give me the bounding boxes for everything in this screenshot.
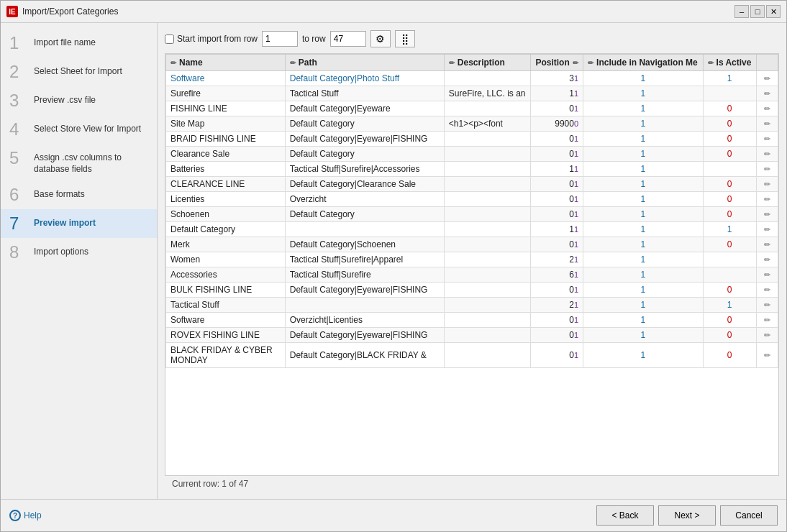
close-button[interactable]: ✕: [766, 5, 781, 18]
cell-position: 11: [531, 162, 583, 177]
cell-path[interactable]: Default Category|Photo Stuff: [285, 71, 444, 86]
cell-path: [285, 222, 444, 237]
table-header-row: ✏ Name ✏ Path ✏ Description Position ✏: [166, 55, 778, 71]
sidebar-item-2[interactable]: 2 Select Sheet for Import: [1, 58, 157, 86]
edit-icon[interactable]: ✏: [764, 74, 770, 83]
col-header-active[interactable]: ✏ Is Active: [703, 55, 756, 71]
sidebar-item-1[interactable]: 1 Import file name: [1, 29, 157, 58]
cell-edit[interactable]: ✏: [756, 116, 778, 132]
help-link[interactable]: ? Help: [9, 510, 42, 521]
cell-edit[interactable]: ✏: [756, 298, 778, 313]
cell-edit[interactable]: ✏: [756, 283, 778, 298]
col-header-description[interactable]: ✏ Description: [444, 55, 531, 71]
cell-edit[interactable]: ✏: [756, 207, 778, 222]
active-value: 1: [727, 300, 732, 310]
cell-name: ROVEX FISHING LINE: [166, 328, 286, 343]
cell-edit[interactable]: ✏: [756, 101, 778, 116]
active-value: 1: [727, 73, 732, 83]
maximize-button[interactable]: □: [750, 5, 765, 18]
cell-edit[interactable]: ✏: [756, 86, 778, 101]
start-row-checkbox-label[interactable]: Start import from row: [165, 34, 258, 44]
cell-edit[interactable]: ✏: [756, 71, 778, 86]
from-row-input[interactable]: [262, 31, 298, 47]
edit-icon[interactable]: ✏: [764, 89, 770, 98]
sidebar-label-7: Preview import: [34, 215, 96, 229]
edit-icon[interactable]: ✏: [764, 351, 770, 359]
col-header-edit: [756, 55, 778, 71]
table-row: LicentiesOverzicht0110✏: [166, 192, 778, 207]
cell-position: 61: [531, 267, 583, 283]
col-header-name[interactable]: ✏ Name: [166, 55, 286, 71]
cell-position: 21: [531, 252, 583, 267]
edit-icon[interactable]: ✏: [764, 240, 770, 249]
name-link[interactable]: Software: [170, 73, 204, 83]
sidebar-item-7[interactable]: 7 Preview import: [1, 209, 157, 238]
path-link[interactable]: Default Category|Photo Stuff: [290, 73, 399, 83]
edit-icon[interactable]: ✏: [764, 195, 770, 203]
next-button[interactable]: Next >: [658, 505, 716, 526]
cell-description: [444, 283, 531, 298]
cell-name[interactable]: Software: [166, 71, 286, 86]
edit-icon[interactable]: ✏: [764, 255, 770, 264]
cell-active: 1: [703, 71, 756, 86]
cell-edit[interactable]: ✏: [756, 313, 778, 328]
cell-description: [444, 71, 531, 86]
cell-edit[interactable]: ✏: [756, 252, 778, 267]
cancel-button[interactable]: Cancel: [720, 505, 778, 526]
edit-icon[interactable]: ✏: [764, 134, 770, 143]
main-window: IE Import/Export Categories – □ ✕ 1 Impo…: [0, 0, 787, 532]
edit-icon[interactable]: ✏: [764, 210, 770, 219]
cell-active: 0: [703, 132, 756, 147]
col-header-path[interactable]: ✏ Path: [285, 55, 444, 71]
cell-edit[interactable]: ✏: [756, 147, 778, 162]
cell-edit[interactable]: ✏: [756, 267, 778, 283]
back-button[interactable]: < Back: [596, 505, 654, 526]
cell-path: Tactical Stuff|Surefire|Apparel: [285, 252, 444, 267]
edit-icon[interactable]: ✏: [764, 180, 770, 188]
edit-icon[interactable]: ✏: [764, 301, 770, 309]
cell-edit[interactable]: ✏: [756, 222, 778, 237]
position-badge: 1: [574, 240, 578, 249]
table-row: SoftwareDefault Category|Photo Stuff3111…: [166, 71, 778, 86]
edit-icon[interactable]: ✏: [764, 165, 770, 173]
cell-edit[interactable]: ✏: [756, 237, 778, 252]
sidebar-item-8[interactable]: 8 Import options: [1, 238, 157, 267]
columns-button[interactable]: ⣿: [395, 30, 415, 47]
col-header-nav[interactable]: ✏ Include in Navigation Me: [583, 55, 703, 71]
sidebar-item-4[interactable]: 4 Select Store View for Import: [1, 115, 157, 144]
cell-active: 0: [703, 237, 756, 252]
cell-position: 01: [531, 132, 583, 147]
cell-edit[interactable]: ✏: [756, 328, 778, 343]
edit-icon[interactable]: ✏: [764, 150, 770, 158]
edit-icon[interactable]: ✏: [764, 119, 770, 128]
edit-icon[interactable]: ✏: [764, 225, 770, 234]
cell-edit[interactable]: ✏: [756, 132, 778, 147]
cell-edit[interactable]: ✏: [756, 192, 778, 207]
position-badge: 1: [574, 165, 578, 173]
edit-icon[interactable]: ✏: [764, 285, 770, 294]
cell-path: Default Category: [285, 207, 444, 222]
sidebar-item-3[interactable]: 3 Preview .csv file: [1, 86, 157, 115]
edit-icon[interactable]: ✏: [764, 270, 770, 279]
to-row-input[interactable]: [330, 31, 366, 47]
col-header-position[interactable]: Position ✏: [531, 55, 583, 71]
data-table-container[interactable]: ✏ Name ✏ Path ✏ Description Position ✏: [165, 53, 779, 476]
cell-edit[interactable]: ✏: [756, 177, 778, 192]
start-row-checkbox[interactable]: [165, 35, 174, 44]
minimize-button[interactable]: –: [734, 5, 749, 18]
edit-icon[interactable]: ✏: [764, 331, 770, 339]
settings-button[interactable]: ⚙: [370, 30, 391, 47]
edit-icon[interactable]: ✏: [764, 316, 770, 324]
sidebar-item-6[interactable]: 6 Base formats: [1, 180, 157, 209]
cell-name: Merk: [166, 237, 286, 252]
cell-active: 0: [703, 343, 756, 368]
cell-name: Site Map: [166, 116, 286, 132]
edit-icon[interactable]: ✏: [764, 104, 770, 113]
cell-description: [444, 328, 531, 343]
cell-name: Schoenen: [166, 207, 286, 222]
sidebar-item-5[interactable]: 5 Assign .csv columns to database fields: [1, 144, 157, 180]
active-value: 0: [727, 315, 732, 325]
cell-description: <h1><p><font: [444, 116, 531, 132]
cell-edit[interactable]: ✏: [756, 162, 778, 177]
cell-edit[interactable]: ✏: [756, 343, 778, 368]
